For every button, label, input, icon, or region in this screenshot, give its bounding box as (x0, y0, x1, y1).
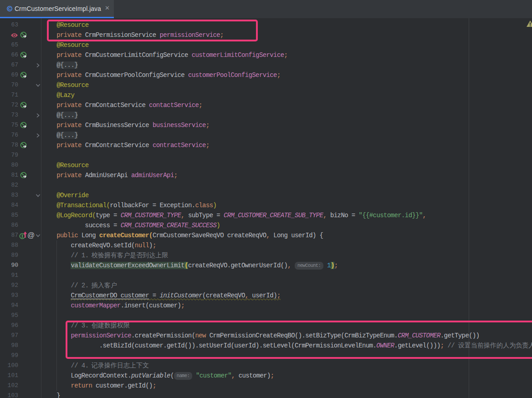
svg-text:C: C (8, 6, 11, 11)
